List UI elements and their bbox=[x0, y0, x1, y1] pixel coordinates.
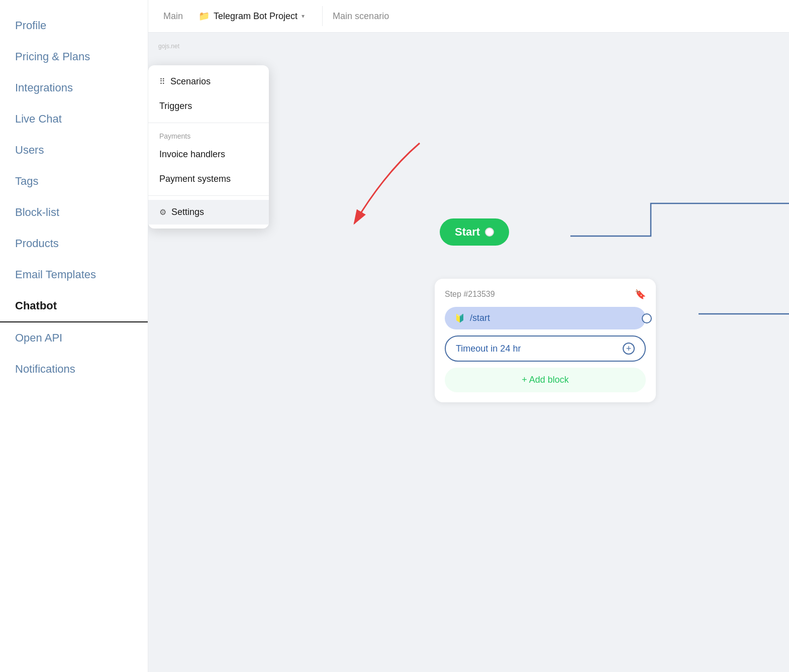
dropdown-section-settings: ⚙ Settings bbox=[148, 195, 269, 229]
step-number: Step #213539 bbox=[445, 290, 495, 299]
header-divider bbox=[322, 6, 323, 26]
project-icon: 📁 bbox=[199, 11, 210, 22]
sidebar-item-email-templates[interactable]: Email Templates bbox=[0, 259, 148, 290]
dropdown-item-triggers[interactable]: Triggers bbox=[148, 94, 269, 119]
trigger-text: /start bbox=[470, 313, 490, 323]
start-node: Start bbox=[440, 218, 509, 246]
chevron-down-icon: ▾ bbox=[302, 13, 305, 20]
start-node-connector bbox=[485, 228, 494, 237]
annotation-arrow bbox=[294, 133, 445, 249]
canvas-area: gojs.net Start Step #213539 🔖 🔰 /start bbox=[148, 33, 789, 672]
sidebar-item-block-list[interactable]: Block-list bbox=[0, 197, 148, 228]
trigger-icon: 🔰 bbox=[455, 313, 465, 323]
dropdown-item-invoice-handlers[interactable]: Invoice handlers bbox=[148, 142, 269, 167]
timeout-text: Timeout in 24 hr bbox=[456, 344, 521, 354]
start-label: Start bbox=[455, 226, 480, 239]
step-timeout[interactable]: Timeout in 24 hr + bbox=[445, 335, 646, 362]
sidebar: Profile Pricing & Plans Integrations Liv… bbox=[0, 0, 148, 672]
sidebar-item-profile[interactable]: Profile bbox=[0, 10, 148, 41]
step-trigger[interactable]: 🔰 /start bbox=[445, 307, 646, 329]
sidebar-item-notifications[interactable]: Notifications bbox=[0, 354, 148, 385]
scenarios-label: Scenarios bbox=[170, 76, 211, 87]
sidebar-item-tags[interactable]: Tags bbox=[0, 166, 148, 197]
project-name: Telegram Bot Project bbox=[214, 11, 298, 22]
payments-section-label: Payments bbox=[148, 127, 269, 142]
step-card: Step #213539 🔖 🔰 /start Timeout in 24 hr… bbox=[435, 279, 656, 402]
dropdown-item-settings[interactable]: ⚙ Settings bbox=[148, 200, 269, 225]
step-header: Step #213539 🔖 bbox=[445, 289, 646, 300]
sidebar-item-products[interactable]: Products bbox=[0, 228, 148, 259]
gear-icon: ⚙ bbox=[159, 207, 166, 217]
watermark: gojs.net bbox=[158, 43, 179, 50]
dropdown-menu: ⠿ Scenarios Triggers Payments Invoice ha… bbox=[148, 65, 269, 229]
sidebar-item-users[interactable]: Users bbox=[0, 135, 148, 166]
dropdown-section-main: ⠿ Scenarios Triggers bbox=[148, 65, 269, 123]
invoice-handlers-label: Invoice handlers bbox=[159, 149, 225, 160]
header-main-label: Main bbox=[163, 11, 183, 22]
dropdown-section-payments: Payments Invoice handlers Payment system… bbox=[148, 123, 269, 195]
dropdown-item-scenarios[interactable]: ⠿ Scenarios bbox=[148, 69, 269, 94]
sidebar-item-integrations[interactable]: Integrations bbox=[0, 72, 148, 103]
project-selector[interactable]: 📁 Telegram Bot Project ▾ bbox=[191, 6, 312, 26]
triggers-label: Triggers bbox=[159, 101, 192, 111]
settings-label: Settings bbox=[171, 207, 204, 217]
scenarios-icon: ⠿ bbox=[159, 77, 165, 86]
sidebar-item-live-chat[interactable]: Live Chat bbox=[0, 103, 148, 135]
dropdown-item-payment-systems[interactable]: Payment systems bbox=[148, 167, 269, 191]
main-content: Main 📁 Telegram Bot Project ▾ Main scena… bbox=[148, 0, 789, 672]
payment-systems-label: Payment systems bbox=[159, 174, 231, 184]
bookmark-icon: 🔖 bbox=[635, 289, 646, 300]
sidebar-item-chatbot[interactable]: Chatbot bbox=[0, 290, 148, 322]
sidebar-item-open-api[interactable]: Open API bbox=[0, 322, 148, 354]
timeout-plus-button[interactable]: + bbox=[623, 343, 635, 355]
sidebar-item-pricing-plans[interactable]: Pricing & Plans bbox=[0, 41, 148, 72]
add-block-button[interactable]: + Add block bbox=[445, 368, 646, 392]
scenario-label: Main scenario bbox=[333, 11, 389, 22]
trigger-connector bbox=[642, 313, 652, 323]
header: Main 📁 Telegram Bot Project ▾ Main scena… bbox=[148, 0, 789, 33]
